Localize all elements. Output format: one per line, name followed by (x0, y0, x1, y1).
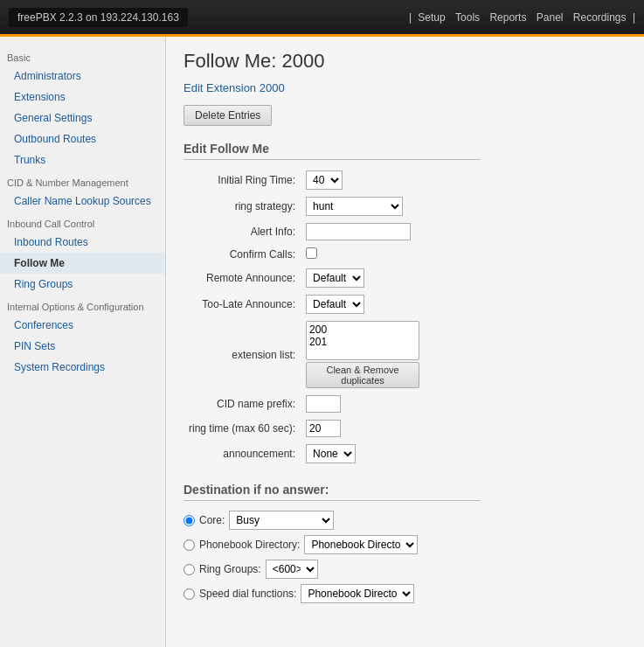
follow-me-form: Initial Ring Time: 051015 20253040 5060 … (184, 167, 425, 467)
remote-announce-label: Remote Announce: (184, 265, 301, 291)
too-late-announce-row: Too-Late Announce: Default None (184, 291, 425, 317)
extension-list-select[interactable]: 200 201 (306, 321, 419, 360)
sidebar-item-system-recordings[interactable]: System Recordings (0, 357, 165, 378)
sidebar: Basic Administrators Extensions General … (0, 37, 166, 647)
sidebar-item-caller-name-lookup[interactable]: Caller Name Lookup Sources (0, 191, 165, 212)
nav-panel[interactable]: Panel (537, 11, 564, 24)
dest-speed-dial-label: Speed dial functions: (199, 588, 296, 600)
dest-core-select[interactable]: Busy Congestion Hangup (229, 511, 334, 530)
ring-time-label: ring time (max 60 sec): (184, 416, 301, 441)
announcement-select[interactable]: None (306, 444, 356, 463)
dest-speed-dial-radio[interactable] (184, 588, 195, 600)
ring-strategy-row: ring strategy: hunt ringall firstavailab… (184, 193, 425, 219)
topbar: freePBX 2.2.3 on 193.224.130.163 | Setup… (0, 0, 644, 37)
ring-strategy-select[interactable]: hunt ringall firstavailable firstnotonph… (306, 197, 403, 216)
dest-ring-groups-select[interactable]: <600> (266, 560, 318, 579)
initial-ring-time-label: Initial Ring Time: (184, 167, 301, 193)
sidebar-item-conferences[interactable]: Conferences (0, 315, 165, 336)
nav-reports[interactable]: Reports (489, 11, 526, 24)
too-late-announce-label: Too-Late Announce: (184, 291, 301, 317)
nav-setup[interactable]: Setup (418, 11, 445, 24)
sidebar-section-internal: Internal Options & Configuration (0, 295, 165, 315)
dest-ring-groups-label: Ring Groups: (199, 563, 261, 575)
initial-ring-time-row: Initial Ring Time: 051015 20253040 5060 (184, 167, 425, 193)
sidebar-item-inbound-routes[interactable]: Inbound Routes (0, 232, 165, 253)
sidebar-item-follow-me[interactable]: Follow Me (0, 253, 165, 274)
dest-ring-groups-row: Ring Groups: <600> (184, 557, 627, 581)
confirm-calls-label: Confirm Calls: (184, 244, 301, 265)
nav-tools[interactable]: Tools (455, 11, 480, 24)
sidebar-section-inbound: Inbound Call Control (0, 212, 165, 232)
clean-remove-duplicates-button[interactable]: Clean & Remove duplicates (306, 362, 419, 388)
delete-entries-button[interactable]: Delete Entries (184, 105, 272, 126)
initial-ring-time-select[interactable]: 051015 20253040 5060 (306, 170, 343, 190)
alert-info-input[interactable] (306, 223, 411, 240)
extension-list-row: extension list: 200 201 Clean & Remove d… (184, 317, 425, 392)
cid-name-prefix-label: CID name prefix: (184, 392, 301, 416)
destination-section: Destination if no answer: Core: Busy Con… (184, 483, 627, 606)
ring-strategy-label: ring strategy: (184, 193, 301, 219)
extension-list-label: extension list: (184, 317, 301, 392)
sidebar-item-extensions[interactable]: Extensions (0, 87, 165, 108)
page-title: Follow Me: 2000 (184, 50, 627, 73)
sidebar-item-administrators[interactable]: Administrators (0, 66, 165, 87)
edit-follow-me-section: Edit Follow Me (184, 142, 481, 160)
sidebar-item-outbound-routes[interactable]: Outbound Routes (0, 129, 165, 150)
ring-time-input[interactable] (306, 420, 341, 437)
announcement-label: announcement: (184, 441, 301, 467)
sidebar-section-cid: CID & Number Management (0, 170, 165, 191)
top-nav: | Setup Tools Reports Panel Recordings | (409, 11, 635, 24)
dest-core-label: Core: (199, 514, 225, 526)
dest-core-radio[interactable] (184, 515, 195, 526)
sidebar-item-ring-groups[interactable]: Ring Groups (0, 274, 165, 295)
dest-core-row: Core: Busy Congestion Hangup (184, 508, 627, 532)
dest-speed-dial-row: Speed dial functions: Phonebook Director… (184, 581, 627, 606)
confirm-calls-row: Confirm Calls: (184, 244, 425, 265)
confirm-calls-checkbox[interactable] (306, 247, 317, 259)
cid-name-prefix-input[interactable] (306, 395, 341, 413)
dest-phonebook-row: Phonebook Directory: Phonebook Directory (184, 532, 627, 557)
alert-info-label: Alert Info: (184, 219, 301, 244)
sidebar-item-trunks[interactable]: Trunks (0, 150, 165, 170)
dest-ring-groups-radio[interactable] (184, 564, 195, 575)
dest-speed-dial-select[interactable]: Phonebook Directory (301, 584, 414, 603)
remote-announce-select[interactable]: Default None (306, 268, 364, 288)
main-content: Follow Me: 2000 Edit Extension 2000 Dele… (166, 37, 644, 647)
ring-time-row: ring time (max 60 sec): (184, 416, 425, 441)
sidebar-item-general-settings[interactable]: General Settings (0, 108, 165, 129)
dest-phonebook-label: Phonebook Directory: (199, 539, 300, 551)
destination-section-title: Destination if no answer: (184, 483, 481, 501)
dest-phonebook-select[interactable]: Phonebook Directory (304, 535, 418, 554)
sidebar-item-pin-sets[interactable]: PIN Sets (0, 336, 165, 357)
sidebar-section-basic: Basic (0, 45, 165, 66)
dest-phonebook-radio[interactable] (184, 539, 195, 551)
cid-name-prefix-row: CID name prefix: (184, 392, 425, 416)
alert-info-row: Alert Info: (184, 219, 425, 244)
edit-extension-link[interactable]: Edit Extension 2000 (184, 81, 627, 94)
remote-announce-row: Remote Announce: Default None (184, 265, 425, 291)
nav-recordings[interactable]: Recordings (573, 11, 627, 24)
too-late-announce-select[interactable]: Default None (306, 295, 364, 314)
announcement-row: announcement: None (184, 441, 425, 467)
brand-label: freePBX 2.2.3 on 193.224.130.163 (9, 8, 188, 27)
